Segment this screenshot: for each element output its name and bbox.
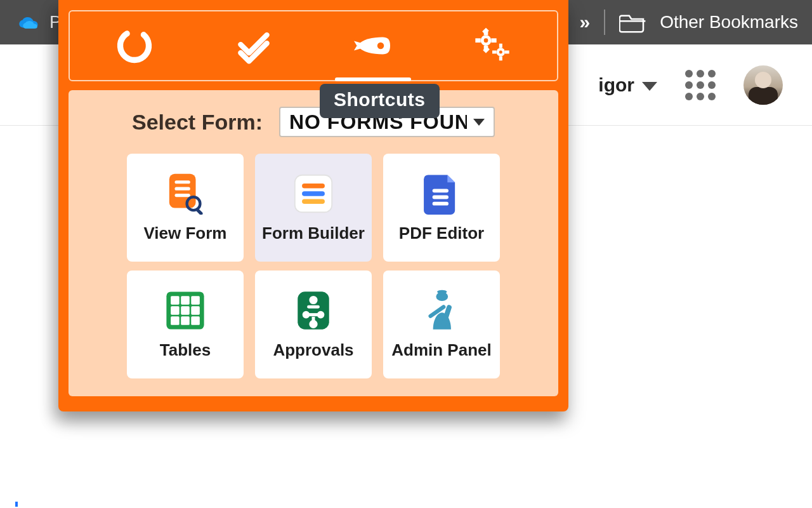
pdf-editor-icon: [421, 173, 462, 215]
popup-tabbar: [69, 10, 558, 81]
svg-rect-17: [175, 180, 190, 184]
svg-rect-12: [499, 57, 502, 61]
chevron-down-icon: [642, 82, 657, 91]
card-label: Tables: [160, 340, 211, 360]
svg-rect-36: [171, 316, 180, 325]
popup-tab-tooltip: Shortcuts: [320, 84, 440, 118]
svg-rect-46: [312, 316, 315, 323]
svg-rect-28: [433, 201, 449, 205]
user-menu[interactable]: igor: [598, 74, 657, 96]
svg-rect-30: [171, 296, 180, 305]
text-cursor-indicator: [15, 502, 18, 507]
popup-tab-tasks[interactable]: [216, 19, 292, 72]
card-label: PDF Editor: [399, 224, 484, 243]
view-form-icon: [164, 173, 206, 215]
svg-point-9: [484, 38, 488, 43]
svg-rect-32: [191, 296, 200, 305]
folder-icon[interactable]: [619, 11, 646, 33]
svg-rect-23: [302, 183, 325, 188]
svg-rect-41: [307, 305, 320, 308]
svg-rect-16: [169, 173, 196, 208]
svg-rect-6: [491, 38, 496, 43]
double-check-icon: [235, 27, 273, 65]
card-view-form[interactable]: View Form: [127, 154, 244, 262]
card-tables[interactable]: Tables: [127, 271, 244, 378]
svg-point-40: [309, 295, 317, 304]
popup-tab-status[interactable]: [96, 19, 173, 72]
svg-rect-31: [181, 296, 190, 305]
user-menu-label: igor: [598, 74, 634, 96]
svg-point-0: [115, 27, 154, 65]
card-label: Approvals: [273, 340, 353, 360]
onedrive-icon[interactable]: [18, 15, 41, 29]
approvals-icon: [292, 290, 334, 331]
svg-rect-19: [175, 194, 190, 197]
card-label: View Form: [143, 224, 226, 243]
svg-rect-44: [306, 313, 320, 316]
svg-rect-37: [181, 316, 190, 325]
svg-rect-27: [433, 195, 449, 199]
popup-tab-shortcuts[interactable]: [335, 19, 411, 72]
svg-rect-5: [475, 38, 480, 43]
card-approvals[interactable]: Approvals: [255, 271, 372, 378]
card-pdf-editor[interactable]: PDF Editor: [383, 154, 500, 262]
select-form-label: Select Form:: [132, 110, 263, 135]
bookmark-divider: [604, 10, 605, 35]
svg-rect-18: [175, 187, 190, 190]
svg-rect-34: [181, 306, 190, 315]
card-admin-panel[interactable]: Admin Panel: [383, 271, 500, 378]
other-bookmarks-label[interactable]: Other Bookmarks: [660, 12, 798, 32]
svg-rect-13: [492, 51, 497, 54]
svg-point-1: [377, 43, 384, 50]
avatar[interactable]: [743, 65, 783, 105]
tables-icon: [164, 290, 206, 331]
apps-launcher-icon[interactable]: [685, 70, 716, 100]
svg-rect-14: [505, 51, 509, 54]
card-label: Form Builder: [262, 224, 365, 243]
spinner-icon: [115, 27, 154, 65]
bookmarks-overflow-icon[interactable]: »: [579, 11, 590, 33]
svg-rect-11: [499, 44, 502, 48]
shortcut-cards-grid: View Form Form Builder: [127, 154, 500, 378]
svg-rect-24: [302, 191, 325, 196]
chevron-down-icon: [473, 119, 485, 126]
svg-point-15: [499, 51, 502, 54]
extension-popup: Shortcuts Select Form: NO FORMS FOUN: [58, 0, 568, 411]
popup-body: Select Form: NO FORMS FOUN: [69, 90, 558, 396]
svg-rect-26: [433, 189, 449, 192]
admin-panel-icon: [421, 290, 462, 331]
popup-tab-settings[interactable]: [454, 19, 530, 72]
card-label: Admin Panel: [391, 340, 491, 360]
svg-rect-25: [302, 199, 325, 204]
card-form-builder[interactable]: Form Builder: [255, 154, 372, 262]
rocket-icon: [354, 27, 392, 65]
svg-rect-33: [171, 306, 180, 315]
svg-rect-38: [191, 316, 200, 325]
active-tab-underline: [335, 77, 411, 81]
svg-rect-35: [191, 306, 200, 315]
form-builder-icon: [292, 173, 334, 215]
gears-icon: [473, 27, 511, 65]
